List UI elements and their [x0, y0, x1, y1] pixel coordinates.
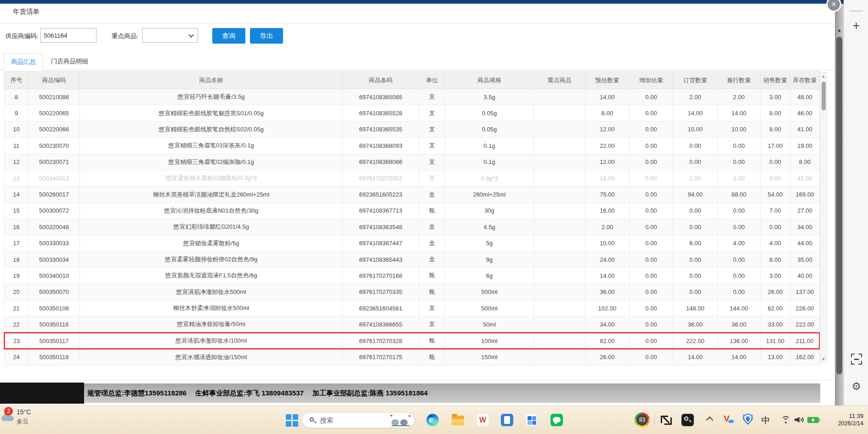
date-label: 2026/2/14: [825, 420, 863, 428]
cell-no: 21: [5, 300, 28, 316]
table-row[interactable]: 11500230070悠宜精细三角眉笔03深茶灰/0.1g69741083680…: [5, 138, 820, 154]
cell-no: 11: [5, 138, 28, 154]
settings-gear-icon[interactable]: ⚙: [844, 380, 868, 392]
ime-indicator[interactable]: 中: [761, 415, 770, 427]
file-search-icon[interactable]: [681, 414, 694, 426]
page-title: 年货清单: [13, 7, 40, 16]
page-scrollbar-thumb[interactable]: [836, 37, 842, 374]
cell-unit: 支: [419, 316, 445, 333]
cell-barcode: 6974108365535: [343, 121, 419, 137]
supplier-code-input[interactable]: [40, 28, 96, 43]
cell-stock: 40.00: [790, 268, 820, 284]
cell-name: 柳丝木舒柔净润卸妆水500ml: [80, 300, 343, 316]
cell-fulfill: 88.00: [718, 186, 760, 203]
cell-spec: 0.1g: [445, 154, 534, 170]
table-scrollbar-thumb[interactable]: [822, 82, 826, 110]
table-row[interactable]: 15500300072悠宜沁润持妆粉底液N01自然色/30g6974108367…: [5, 203, 820, 219]
table-scrollbar[interactable]: ▲ ▼: [820, 72, 827, 363]
cell-key: [534, 333, 585, 349]
start-button[interactable]: [286, 414, 298, 427]
file-explorer-icon[interactable]: [452, 416, 464, 425]
table-row[interactable]: 16500320046悠宜幻彩绵绵腮红G201/4.5g697410836354…: [5, 219, 820, 235]
taskbar-search-input[interactable]: 搜索 ♥♥: [302, 412, 414, 428]
wps-office-icon[interactable]: W: [477, 414, 489, 426]
cell-fulfill: 0.00: [718, 138, 760, 154]
table-row[interactable]: 14500260017柳丝木黑茶植萃洁颜油限定礼盒260ml+25ml69236…: [5, 186, 820, 203]
cell-no: 15: [5, 203, 28, 219]
table-row[interactable]: 10500220066悠宜精细彩色眼线胶笔自然棕S02/0.05g6974108…: [5, 121, 820, 137]
table-row[interactable]: 9500220065悠宜精细彩色眼线胶笔魅惑黑S01/0.05g69741083…: [5, 105, 820, 121]
cell-sales: 62.00: [760, 300, 790, 316]
chat-app-icon[interactable]: [550, 414, 563, 426]
table-row[interactable]: 23500350117悠宜清肌净澈卸妆水/100ml6976170270328瓶…: [5, 333, 820, 349]
cell-sales: 8.00: [760, 105, 790, 121]
export-button[interactable]: 导出: [250, 28, 283, 44]
cell-spec: 6g: [445, 268, 534, 284]
cell-barcode: 6974108365443: [343, 251, 419, 267]
right-sidebar: + ⚙: [844, 0, 868, 406]
table-row[interactable]: 18500330034悠宜柔雾轻颜持妆粉饼02自然色/9g69741083654…: [5, 251, 820, 267]
cell-add: 0.00: [630, 300, 673, 316]
page-scrollbar[interactable]: ▲: [835, 4, 844, 406]
clock[interactable]: 11:39 2026/2/14: [825, 412, 863, 428]
table-row[interactable]: 22500350116悠宜精油净肤卸妆膏/50ml6974108366655支5…: [5, 316, 820, 333]
cell-key: [534, 349, 585, 365]
snip-tool-icon[interactable]: [661, 415, 672, 426]
column-header: 商品编码: [28, 72, 80, 89]
edge-browser-icon[interactable]: [426, 414, 439, 426]
cell-code: 500260017: [28, 186, 80, 203]
query-button[interactable]: 查询: [212, 28, 245, 44]
table-row[interactable]: 17500330033悠宜锁妆柔雾散粉/5g6974108367447盒5g10…: [5, 235, 820, 251]
window-top-strip: [0, 0, 844, 4]
key-product-select[interactable]: [142, 28, 198, 43]
cell-stock: 48.00: [790, 89, 820, 105]
cell-barcode: 6974108368093: [343, 138, 419, 154]
cell-no: 17: [5, 235, 28, 251]
cell-unit: 瓶: [419, 203, 445, 219]
docs-app-icon[interactable]: [501, 414, 513, 426]
battery-icon[interactable]: [807, 417, 819, 423]
wifi-icon[interactable]: [781, 416, 792, 424]
cell-barcode: 6923651605223: [343, 186, 419, 203]
cell-name: 悠宜轻巧纤长睫毛膏/3.5g: [80, 89, 343, 105]
security-score-badge[interactable]: 83: [635, 412, 650, 428]
temperature-label: 15°C: [17, 408, 31, 416]
cell-sales: 8.00: [760, 121, 790, 137]
cell-spec: 3.5g: [445, 89, 534, 105]
table-row[interactable]: 21500350106柳丝木舒柔净润卸妆水500ml6923651604561支…: [5, 300, 820, 316]
table-row[interactable]: 20500350070悠宜清肌净澈卸妆水500ml6976170270335瓶5…: [5, 284, 820, 300]
cell-stock: 41.00: [790, 170, 820, 186]
cell-fulfill: 0.00: [718, 219, 760, 235]
wps-cloud-icon[interactable]: V: [724, 414, 735, 426]
new-tab-button[interactable]: +: [844, 18, 868, 33]
cell-stock: 211.00: [790, 333, 820, 349]
cell-est: 14.00: [585, 268, 630, 284]
cell-name: 悠宜幻彩绵绵腮红G201/4.5g: [80, 219, 343, 235]
scroll-up-icon[interactable]: ▲: [820, 74, 827, 79]
tab-product-summary[interactable]: 商品汇总: [4, 53, 43, 70]
cell-code: 500350117: [28, 333, 80, 349]
table-row[interactable]: 19500340010悠宜新颜无瑕遮瑕液F1.5自然色/6g6976170270…: [5, 268, 820, 284]
cell-unit: 盒: [419, 186, 445, 203]
table-row[interactable]: 12500230071悠宜精细三角眉笔02烟灰咖/0.1g69741083680…: [5, 154, 820, 170]
chevron-down-icon: [188, 32, 193, 37]
cell-add: 0.00: [630, 268, 673, 284]
table-row[interactable]: 13500240013悠宜柔妆持久眉粉01咖啡棕/0.9g*3697617027…: [5, 170, 820, 186]
cell-no: 13: [5, 170, 28, 186]
volume-icon[interactable]: [794, 416, 805, 423]
cell-key: [534, 219, 585, 235]
tab-store-product-detail[interactable]: 门店商品明细: [44, 53, 95, 70]
app-grid-icon[interactable]: [525, 414, 538, 426]
cell-code: 500220066: [28, 121, 80, 137]
cell-barcode: 6976170270052: [343, 170, 419, 186]
tray-expand-icon[interactable]: [706, 417, 714, 424]
cell-sales: 33.00: [760, 316, 790, 333]
cell-unit: 盒: [419, 251, 445, 267]
shield-icon[interactable]: [743, 413, 753, 425]
scroll-down-icon[interactable]: ▼: [820, 357, 827, 361]
page-scroll-up-icon[interactable]: ▲: [835, 28, 844, 33]
scan-icon[interactable]: [851, 354, 862, 365]
table-row[interactable]: 24500350118悠宜水感清透卸妆油/150ml6976170270175瓶…: [5, 349, 820, 365]
cell-unit: 支: [419, 170, 445, 186]
table-row[interactable]: 8500210086悠宜轻巧纤长睫毛膏/3.5g6974108365085支3.…: [5, 89, 820, 105]
